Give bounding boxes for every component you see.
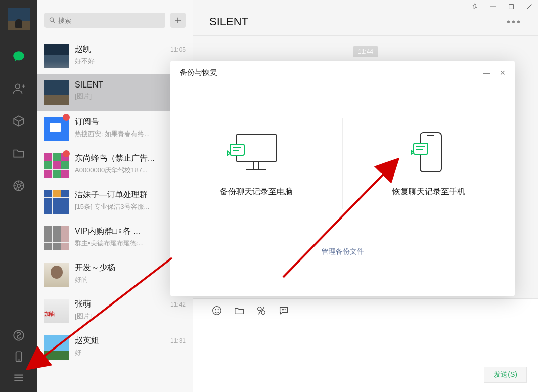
chat-preview: A0000000庆华驾校187... bbox=[75, 166, 186, 175]
minimize-icon[interactable] bbox=[489, 3, 497, 12]
dialog-title: 备份与恢复 bbox=[180, 68, 217, 77]
chat-avatar bbox=[44, 44, 69, 68]
more-icon[interactable]: ••• bbox=[507, 16, 522, 28]
chat-name: 东尚蜂鸟（禁止广告... bbox=[75, 153, 154, 164]
maximize-icon[interactable] bbox=[508, 3, 515, 12]
svg-line-12 bbox=[53, 21, 55, 23]
svg-rect-38 bbox=[414, 143, 428, 154]
collect-icon[interactable] bbox=[12, 114, 26, 128]
message-timestamp: 11:44 bbox=[353, 46, 378, 57]
chat-item[interactable]: 赵凯11:05好不好 bbox=[37, 38, 193, 74]
chat-preview: [图片] bbox=[75, 92, 186, 101]
svg-point-23 bbox=[261, 311, 265, 314]
chat-preview: 好不好 bbox=[75, 57, 186, 66]
chat-preview: [15条] 专业保洁3号客服... bbox=[75, 202, 186, 211]
chat-preview: [图片] bbox=[75, 312, 186, 321]
moments-icon[interactable] bbox=[12, 179, 26, 193]
chat-preview: 热搜西安: 如果青春有终... bbox=[75, 129, 186, 139]
close-icon[interactable] bbox=[526, 3, 533, 12]
chat-name: 订阅号 bbox=[75, 117, 99, 127]
send-button[interactable]: 发送(S) bbox=[484, 367, 527, 383]
backup-to-pc-option[interactable]: 备份聊天记录至电脑 bbox=[170, 130, 342, 197]
chat-name: 张萌 bbox=[75, 299, 91, 310]
miniprogram-icon[interactable] bbox=[12, 328, 26, 342]
svg-point-28 bbox=[285, 310, 285, 310]
chat-time: 11:42 bbox=[170, 301, 186, 308]
chat-name: 开发～少杨 bbox=[75, 263, 115, 273]
svg-rect-33 bbox=[230, 144, 244, 155]
phone-restore-icon bbox=[406, 130, 452, 176]
backup-restore-dialog: 备份与恢复 — ✕ 备份聊天记录至电脑 bbox=[170, 61, 515, 296]
backup-label: 备份聊天记录至电脑 bbox=[220, 187, 293, 197]
window-controls bbox=[471, 3, 533, 12]
manage-backup-link[interactable]: 管理备份文件 bbox=[170, 247, 515, 256]
svg-point-22 bbox=[258, 307, 261, 311]
nav-sidebar bbox=[0, 0, 37, 392]
svg-point-4 bbox=[17, 184, 21, 188]
chat-avatar bbox=[44, 335, 69, 360]
svg-point-27 bbox=[284, 310, 284, 310]
chat-preview: 群主▪美德布耀布耀德:... bbox=[75, 239, 186, 248]
chat-item[interactable]: 开发～少杨好的 bbox=[37, 256, 193, 293]
chat-item[interactable]: SILENT1[图片] bbox=[37, 74, 193, 111]
search-input-box[interactable] bbox=[44, 13, 165, 28]
chat-name: VIP内购群□♀各 ... bbox=[75, 226, 140, 237]
contacts-icon[interactable] bbox=[12, 81, 26, 96]
chat-avatar bbox=[44, 263, 69, 287]
plus-icon bbox=[174, 16, 182, 24]
chat-item[interactable]: 洁妹子—订单处理群1[15条] 专业保洁3号客服... bbox=[37, 184, 193, 220]
add-button[interactable] bbox=[170, 13, 186, 28]
restore-to-phone-option[interactable]: 恢复聊天记录至手机 bbox=[343, 130, 515, 197]
svg-point-20 bbox=[215, 310, 216, 310]
svg-point-0 bbox=[16, 84, 20, 89]
svg-rect-16 bbox=[509, 5, 514, 9]
chat-preview: 好 bbox=[75, 348, 186, 357]
emoji-icon[interactable] bbox=[211, 305, 222, 318]
chat-name: 赵英姐 bbox=[75, 335, 99, 346]
dialog-minimize-icon[interactable]: — bbox=[483, 69, 490, 77]
chat-name: 赵凯 bbox=[75, 44, 91, 55]
svg-point-26 bbox=[282, 310, 283, 310]
chat-avatar bbox=[44, 299, 69, 323]
chat-item[interactable]: 订阅号1热搜西安: 如果青春有终... bbox=[37, 111, 193, 147]
search-input[interactable] bbox=[58, 17, 161, 24]
chat-icon[interactable] bbox=[12, 49, 26, 63]
chat-item[interactable]: 张萌11:42[图片] bbox=[37, 293, 193, 329]
svg-point-19 bbox=[213, 307, 221, 315]
search-icon bbox=[49, 16, 56, 24]
dialog-close-icon[interactable]: ✕ bbox=[500, 69, 506, 77]
chat-time: 11:05 bbox=[170, 46, 186, 53]
chat-title: SILENT bbox=[209, 15, 248, 28]
svg-point-11 bbox=[50, 18, 53, 21]
phone-icon[interactable] bbox=[12, 350, 26, 364]
svg-point-21 bbox=[218, 310, 218, 310]
user-avatar[interactable] bbox=[8, 8, 30, 30]
chat-history-icon[interactable] bbox=[278, 305, 289, 318]
restore-label: 恢复聊天记录至手机 bbox=[392, 187, 465, 197]
chat-avatar bbox=[44, 190, 69, 214]
chat-time: 11:31 bbox=[170, 337, 186, 344]
pin-icon[interactable] bbox=[471, 3, 478, 12]
screenshot-icon[interactable] bbox=[256, 305, 267, 318]
chat-name: 洁妹子—订单处理群 bbox=[75, 190, 148, 200]
folder-icon[interactable] bbox=[234, 305, 245, 318]
chat-name: SILENT bbox=[75, 80, 103, 90]
chat-avatar bbox=[44, 226, 69, 250]
computer-icon bbox=[226, 130, 287, 176]
chat-avatar bbox=[44, 80, 69, 105]
menu-icon[interactable] bbox=[12, 371, 26, 385]
files-icon[interactable] bbox=[12, 146, 26, 160]
chat-preview: 好的 bbox=[75, 275, 186, 284]
chat-list-panel: 赵凯11:05好不好SILENT1[图片]订阅号1热搜西安: 如果青春有终...… bbox=[37, 0, 193, 392]
unread-badge bbox=[63, 114, 70, 121]
unread-badge bbox=[63, 150, 70, 157]
chat-item[interactable]: VIP内购群□♀各 ...群主▪美德布耀布耀德:... bbox=[37, 220, 193, 256]
chat-item[interactable]: 东尚蜂鸟（禁止广告...1A0000000庆华驾校187... bbox=[37, 147, 193, 184]
chat-item[interactable]: 赵英姐11:31好 bbox=[37, 329, 193, 366]
